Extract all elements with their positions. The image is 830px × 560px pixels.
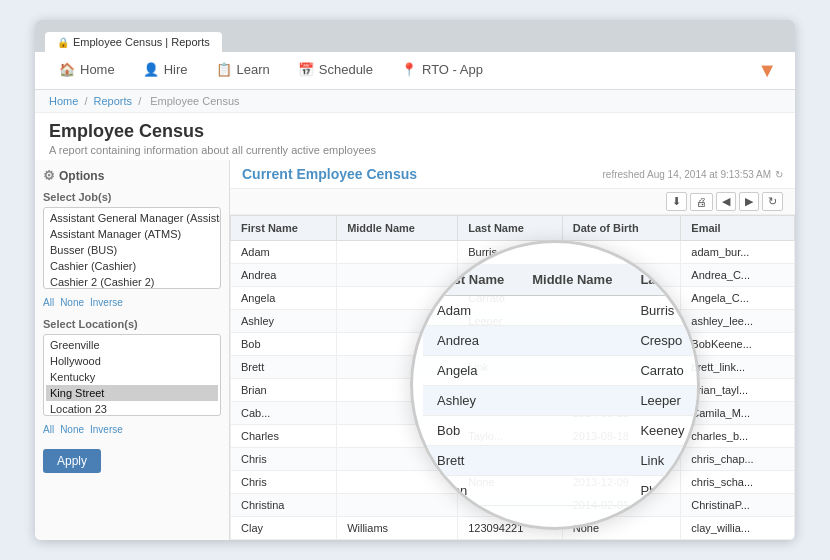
nav-item-schedule[interactable]: 📅 Schedule — [284, 54, 387, 87]
cell-dob: 2013-08-18 — [562, 425, 681, 448]
nav-label-hire: Hire — [164, 62, 188, 77]
nav-label-rto: RTO - App — [422, 62, 483, 77]
table-container: First Name Middle Name Last Name Date of… — [230, 215, 795, 540]
jobs-all-link[interactable]: All — [43, 297, 54, 308]
cell-dob: 2014-05-15 — [562, 402, 681, 425]
learn-icon: 📋 — [216, 62, 232, 77]
locations-inverse-link[interactable]: Inverse — [90, 424, 123, 435]
report-header: Current Employee Census refreshed Aug 14… — [230, 160, 795, 189]
browser-chrome: 🔒 Employee Census | Reports — [35, 20, 795, 52]
breadcrumb-home[interactable]: Home — [49, 95, 78, 107]
top-nav: 🏠 Home 👤 Hire 📋 Learn 📅 Schedule 📍 RTO -… — [35, 52, 795, 90]
cell-middle — [337, 379, 458, 402]
table-row: Christina2014-02-01ChristinaP... — [231, 494, 795, 517]
cell-last: 123456789 — [458, 540, 562, 541]
locations-select-list[interactable]: Greenville Hollywood Kentucky King Stree… — [43, 334, 221, 416]
jobs-section-label: Select Job(s) — [43, 191, 221, 203]
cell-first: Adam — [231, 241, 337, 264]
cell-first: Andrea — [231, 264, 337, 287]
cell-email: chris_scha... — [681, 471, 795, 494]
nav-item-home[interactable]: 🏠 Home — [45, 54, 129, 87]
refresh-icon[interactable]: ↻ — [775, 169, 783, 180]
col-dob: Date of Birth — [562, 216, 681, 241]
jobs-none-link[interactable]: None — [60, 297, 84, 308]
lock-icon: 🔒 — [57, 37, 69, 48]
jobs-select[interactable]: Assistant General Manager (Assistant Man… — [44, 208, 220, 288]
nav-item-hire[interactable]: 👤 Hire — [129, 54, 202, 87]
cell-dob: 2014-05-15 — [562, 448, 681, 471]
jobs-inverse-link[interactable]: Inverse — [90, 297, 123, 308]
report-meta: refreshed Aug 14, 2014 at 9:13:53 AM ↻ — [603, 169, 783, 180]
cell-first: Chris — [231, 471, 337, 494]
report-title: Current Employee Census — [242, 166, 417, 182]
cell-middle: Williams — [337, 517, 458, 540]
cell-email: brian_tayl... — [681, 379, 795, 402]
table-row: AndreaCrespoAndrea_C... — [231, 264, 795, 287]
cell-email: clay_willia... — [681, 517, 795, 540]
page-title: Employee Census — [49, 121, 781, 142]
back-button[interactable]: ◀ — [716, 192, 736, 211]
cell-dob: None — [562, 517, 681, 540]
download-button[interactable]: ⬇ — [666, 192, 687, 211]
cell-middle — [337, 494, 458, 517]
table-row: BrettLinkbrett_link... — [231, 356, 795, 379]
col-lastname: Last Name — [458, 216, 562, 241]
nav-label-learn: Learn — [237, 62, 270, 77]
locations-all-link[interactable]: All — [43, 424, 54, 435]
cell-first: Ashley — [231, 310, 337, 333]
cell-email: ashley_lee... — [681, 310, 795, 333]
cell-middle — [337, 310, 458, 333]
locations-links: All None Inverse — [43, 424, 221, 435]
table-row: ColeHawkins123456789Nonecole_hawk... — [231, 540, 795, 541]
filter-icon[interactable]: ▼ — [749, 55, 785, 86]
cell-last: None — [458, 448, 562, 471]
page-title-area: Employee Census A report containing info… — [35, 113, 795, 160]
cell-dob — [562, 287, 681, 310]
cell-last: Philips — [458, 379, 562, 402]
refresh-button[interactable]: ↻ — [762, 192, 783, 211]
cell-middle — [337, 264, 458, 287]
cell-dob — [562, 241, 681, 264]
cell-first: Chris — [231, 448, 337, 471]
jobs-select-list[interactable]: Assistant General Manager (Assistant Man… — [43, 207, 221, 289]
table-row: AngelaCarratoAngela_C... — [231, 287, 795, 310]
cell-middle — [337, 241, 458, 264]
table-row: BrianPhilips1986-04-03brian_tayl... — [231, 379, 795, 402]
forward-button[interactable]: ▶ — [739, 192, 759, 211]
cell-email: ChristinaP... — [681, 494, 795, 517]
nav-item-rto[interactable]: 📍 RTO - App — [387, 54, 497, 87]
cell-email: chris_chap... — [681, 448, 795, 471]
browser-window: 🔒 Employee Census | Reports 🏠 Home 👤 Hir… — [35, 20, 795, 540]
cell-email: adam_bur... — [681, 241, 795, 264]
table-row: ChrisNone2013-12-09chris_scha... — [231, 471, 795, 494]
jobs-links: All None Inverse — [43, 297, 221, 308]
locations-section-label: Select Location(s) — [43, 318, 221, 330]
print-button[interactable]: 🖨 — [690, 193, 713, 211]
cell-dob — [562, 310, 681, 333]
cell-first: Angela — [231, 287, 337, 310]
cell-first: Brett — [231, 356, 337, 379]
breadcrumb-reports[interactable]: Reports — [94, 95, 133, 107]
col-email: Email — [681, 216, 795, 241]
sidebar: ⚙ Options Select Job(s) Assistant Genera… — [35, 160, 230, 540]
breadcrumb: Home / Reports / Employee Census — [35, 90, 795, 113]
cell-middle — [337, 287, 458, 310]
employee-table: First Name Middle Name Last Name Date of… — [230, 215, 795, 540]
cell-dob — [562, 333, 681, 356]
nav-item-learn[interactable]: 📋 Learn — [202, 54, 284, 87]
home-icon: 🏠 — [59, 62, 75, 77]
cell-last: Crespo — [458, 264, 562, 287]
cell-middle — [337, 333, 458, 356]
apply-button[interactable]: Apply — [43, 449, 101, 473]
cell-email: Angela_C... — [681, 287, 795, 310]
locations-none-link[interactable]: None — [60, 424, 84, 435]
cell-middle — [337, 402, 458, 425]
cell-first: Clay — [231, 517, 337, 540]
table-row: CharlesTaylo...2013-08-18charles_b... — [231, 425, 795, 448]
cell-middle — [337, 448, 458, 471]
locations-select[interactable]: Greenville Hollywood Kentucky King Stree… — [44, 335, 220, 415]
cell-email: Andrea_C... — [681, 264, 795, 287]
schedule-icon: 📅 — [298, 62, 314, 77]
cell-first: Brian — [231, 379, 337, 402]
browser-tab[interactable]: 🔒 Employee Census | Reports — [45, 32, 222, 52]
